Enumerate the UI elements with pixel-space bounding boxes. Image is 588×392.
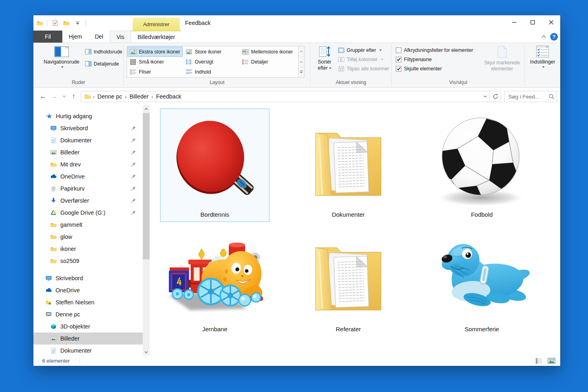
checkbox-icon[interactable] — [396, 66, 401, 72]
scrollbar-thumb[interactable] — [143, 113, 150, 259]
sidebar-item-label: Dokumenter — [60, 137, 92, 144]
breadcrumb-chevron-icon[interactable]: › — [124, 94, 128, 100]
checkbox-icon[interactable] — [396, 47, 401, 53]
sidebar-item-onedrive[interactable]: OneDrive — [33, 170, 143, 183]
pin-icon[interactable] — [131, 162, 136, 168]
layout-option[interactable]: Fliser — [127, 67, 183, 77]
details-view-icon[interactable] — [534, 357, 543, 365]
contextual-tab-administrer[interactable]: Administrer — [133, 18, 180, 31]
gallery-scroll-up-icon[interactable] — [298, 46, 304, 57]
tab-fil[interactable]: Fil — [33, 31, 62, 43]
pin-icon[interactable] — [131, 210, 136, 217]
help-icon[interactable]: ? — [550, 33, 558, 41]
minimize-button[interactable] — [505, 15, 523, 29]
scroll-up-icon[interactable] — [143, 105, 150, 112]
sort-by-button[interactable]: Sortér efter — [313, 43, 336, 80]
search-box — [504, 91, 557, 102]
content-pane-button[interactable]: Indholdsrude — [85, 49, 122, 55]
address-dropdown-icon[interactable] — [481, 91, 489, 102]
maximize-button[interactable] — [523, 15, 542, 29]
back-button[interactable]: ← — [37, 91, 49, 102]
gallery-scroll-down-icon[interactable] — [298, 57, 304, 67]
sidebar-item-steffen-nielsen[interactable]: Steffen Nielsen — [33, 296, 143, 308]
add-columns-button[interactable]: Tilføj kolonner — [338, 56, 389, 63]
breadcrumb-chevron-icon[interactable]: › — [92, 94, 96, 100]
breadcrumb-chevron-icon[interactable]: › — [150, 94, 154, 100]
file-item[interactable]: Sommerferie — [427, 223, 537, 337]
pin-icon[interactable] — [131, 150, 136, 156]
sidebar-item-billeder[interactable]: Billeder — [33, 332, 143, 345]
layout-option[interactable]: Oversigt — [183, 57, 239, 67]
layout-option[interactable]: Store ikoner — [183, 47, 239, 57]
pin-icon[interactable] — [131, 125, 136, 132]
sidebar-item-onedrive[interactable]: OneDrive — [33, 284, 143, 296]
hide-selected-button[interactable]: Skjul markerede elementer — [479, 43, 524, 80]
folder-icon — [50, 161, 57, 168]
collapse-ribbon-icon[interactable] — [541, 35, 546, 38]
sidebar-item-overf-rsler[interactable]: Overførsler — [33, 195, 143, 207]
details-pane-button[interactable]: Detaljerude — [85, 61, 122, 67]
content-pane-label: Indholdsrude — [94, 49, 122, 55]
navigation-pane: Hurtig adgangSkrivebordDokumenterBillede… — [33, 105, 143, 355]
breadcrumb[interactable]: ›Denne pc›Billeder›Feedback — [81, 91, 490, 102]
layout-option[interactable]: Ekstra store ikoner — [127, 47, 183, 57]
properties-check-icon[interactable] — [51, 18, 60, 27]
sidebar-item-papirkurv[interactable]: Papirkurv — [33, 183, 143, 195]
layout-option[interactable]: Indhold — [183, 67, 239, 77]
pin-icon[interactable] — [131, 198, 136, 205]
breadcrumb-segment[interactable]: Denne pc — [96, 93, 123, 100]
gallery-more-icon[interactable] — [298, 67, 304, 77]
options-button[interactable]: Indstillinger — [530, 43, 555, 80]
sidebar-item-denne-pc[interactable]: Denne pc — [33, 308, 143, 320]
layout-option[interactable]: Små ikoner — [127, 57, 183, 67]
tab-hjem[interactable]: Hjem — [62, 31, 88, 43]
sidebar-item-hurtig-adgang[interactable]: Hurtig adgang — [33, 110, 143, 122]
customize-caret-icon[interactable] — [73, 18, 82, 27]
sidebar-item-3d-objekter[interactable]: 3D-objekter — [33, 320, 143, 332]
checkbox-row[interactable]: Skjulte elementer — [396, 66, 479, 72]
sidebar-item-ikoner[interactable]: ikoner — [33, 243, 143, 255]
checkbox-row[interactable]: Afkrydsningsfelter for elementer — [396, 47, 479, 53]
up-button[interactable]: ↑ — [68, 91, 79, 102]
file-item[interactable]: Bordtennis — [160, 109, 269, 222]
forward-button[interactable]: → — [49, 91, 60, 102]
sidebar-item-so2509[interactable]: so2509 — [33, 255, 143, 267]
scroll-down-icon[interactable] — [143, 349, 150, 355]
sidebar-item-dokumenter[interactable]: Dokumenter — [33, 345, 143, 355]
file-item[interactable]: Dokumenter — [294, 109, 403, 222]
sidebar-item-google-drive-g-[interactable]: Google Drive (G:) — [33, 207, 143, 219]
google-drive-icon — [50, 209, 57, 216]
pin-icon[interactable] — [131, 186, 136, 193]
tab-billedværktøjer[interactable]: Billedværktøjer — [131, 31, 181, 43]
sidebar-item-mit-drev[interactable]: Mit drev — [33, 158, 143, 170]
sidebar-item-billeder[interactable]: Billeder — [33, 146, 143, 158]
size-columns-button[interactable]: Tilpas alle kolonner — [338, 66, 389, 72]
pin-icon[interactable] — [131, 138, 136, 144]
thumbnail-view-icon[interactable] — [547, 357, 556, 365]
chevron-down-icon — [61, 66, 64, 68]
sidebar-item-skrivebord[interactable]: Skrivebord — [33, 122, 143, 134]
sidebar-item-skrivebord[interactable]: Skrivebord — [33, 272, 143, 284]
breadcrumb-segment[interactable]: Billeder — [128, 93, 150, 100]
checkbox-row[interactable]: Filtypenavne — [396, 57, 479, 62]
navigation-pane-button[interactable]: Navigationsrude — [41, 43, 82, 80]
checkbox-icon[interactable] — [396, 57, 401, 62]
layout-option[interactable]: Mellemstore ikoner — [240, 47, 298, 57]
recent-locations-icon[interactable] — [60, 91, 68, 102]
breadcrumb-segment[interactable]: Feedback — [154, 93, 183, 100]
refresh-icon[interactable] — [490, 91, 501, 102]
close-button[interactable] — [542, 15, 560, 29]
file-item[interactable]: Referater — [294, 223, 403, 337]
group-by-button[interactable]: Gruppér efter — [338, 47, 389, 53]
folder-icon[interactable] — [62, 18, 71, 27]
file-item[interactable]: Fodbold — [427, 109, 537, 222]
pin-icon[interactable] — [131, 174, 136, 181]
file-item[interactable]: Jernbane — [160, 223, 269, 337]
sidebar-item-gammelt[interactable]: gammelt — [33, 219, 143, 231]
tab-vis[interactable]: Vis — [110, 31, 131, 43]
sidebar-scrollbar[interactable] — [143, 105, 150, 355]
sidebar-item-dokumenter[interactable]: Dokumenter — [33, 134, 143, 146]
tab-del[interactable]: Del — [88, 31, 110, 43]
sidebar-item-glow[interactable]: glow — [33, 231, 143, 243]
layout-option[interactable]: Detaljer — [240, 57, 298, 67]
